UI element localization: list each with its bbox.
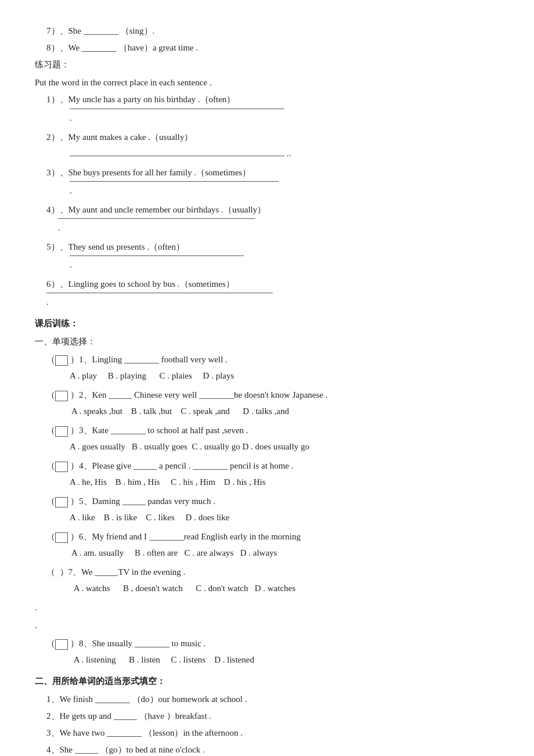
section2: 课后训练： 一、单项选择： （）1、Lingling football very… xyxy=(35,316,499,668)
mc-1-choices: A . play B . playing C . plaies D . play… xyxy=(35,368,499,384)
put-ex-5-line xyxy=(70,255,244,256)
fill-2: 2、He gets up and （have ）breakfast . xyxy=(35,708,499,724)
mc-6-q: （）6、My friend and I read English early i… xyxy=(35,529,499,545)
fill-3-blank xyxy=(107,736,142,737)
mc-2: （）2、Ken Chinese very well he doesn't kno… xyxy=(35,387,499,419)
put-ex-4-line xyxy=(58,218,255,219)
mc-4-choices: A . he, His B . him , His C . his , Him … xyxy=(35,474,499,490)
page-content: 7）、She （sing）. 8）、We （have）a great time … xyxy=(35,23,499,756)
put-ex-1: 1）、My uncle has a party on his birthday … xyxy=(35,92,499,126)
line-8: 8）、We （have）a great time . xyxy=(35,40,499,56)
put-ex-5: 5）、They send us presents .（often） . xyxy=(35,239,499,273)
put-ex-4-text: 4）、My aunt and uncle remember our birthd… xyxy=(46,202,499,218)
mc-1-blank xyxy=(124,363,159,363)
section3: 二、用所给单词的适当形式填空： 1、We finish （do）our home… xyxy=(35,674,499,756)
mc-7: （ ）7、We TV in the evening . A . watchs B… xyxy=(35,564,499,596)
put-ex-1-text: 1）、My uncle has a party on his birthday … xyxy=(46,92,499,107)
mc-5-choices: A . like B . is like C . likes D . does … xyxy=(35,510,499,525)
mc-5-q: （）5、Daming pandas very much . xyxy=(35,494,499,509)
put-instruction: Put the word in the correct place in eac… xyxy=(35,75,499,91)
put-ex-3: 3）、She buys presents for all her family … xyxy=(35,165,499,199)
fill-2-blank xyxy=(114,719,137,720)
put-section: Put the word in the correct place in eac… xyxy=(35,75,499,310)
mc-8-blank xyxy=(135,647,169,647)
mc-7-q: （ ）7、We TV in the evening . xyxy=(35,564,499,580)
put-ex-6-text: 6）、Lingling goes to school by bus .（some… xyxy=(46,276,499,292)
fill-1: 1、We finish （do）our homework at school . xyxy=(35,692,499,707)
mc-5-paren xyxy=(55,497,68,507)
mc-7-choices: A . watchs B , doesn't watch C . don't w… xyxy=(35,581,499,596)
put-ex-6-dot: . xyxy=(46,297,49,307)
put-ex-2: 2）、My aunt makes a cake .（usually） .. xyxy=(35,129,499,161)
intro-section: 7）、She （sing）. 8）、We （have）a great time … xyxy=(35,23,499,73)
put-ex-5-dot: . xyxy=(70,260,72,269)
mc-3-blank xyxy=(111,434,146,434)
put-ex-3-dot: . xyxy=(70,186,72,195)
mc-8-choices: A . listening B . listen C . listens D .… xyxy=(35,652,499,668)
blank-8 xyxy=(82,51,117,52)
fill-4: 4、She （go）to bed at nine o'clock . xyxy=(35,742,499,756)
line-7: 7）、She （sing）. xyxy=(35,23,499,39)
mc-5-blank xyxy=(122,505,146,505)
put-ex-4-dot: . xyxy=(58,223,60,232)
mc-2-blank1 xyxy=(109,398,132,399)
mc-4-q: （）4、Please give a pencil . pencil is at … xyxy=(35,458,499,474)
blank-7 xyxy=(84,34,118,35)
fill-3: 3、We have two （lesson）in the afternoon . xyxy=(35,725,499,741)
put-ex-2-line xyxy=(70,156,284,156)
put-ex-4: 4）、My aunt and uncle remember our birthd… xyxy=(35,202,499,236)
put-ex-2-dots: .. xyxy=(287,149,291,158)
mc-6-choices: A . am. usually B . often are C . are al… xyxy=(35,545,499,561)
mc-3-q: （）3、Kate to school at half past ,seven . xyxy=(35,423,499,438)
section2-sub: 一、单项选择： xyxy=(35,334,499,350)
mc-6: （）6、My friend and I read English early i… xyxy=(35,529,499,561)
mc-3-choices: A . goes usually B . usually goes C . us… xyxy=(35,439,499,455)
put-ex-1-dot: . xyxy=(70,113,72,123)
mc-2-paren xyxy=(55,391,68,401)
mc-2-choices: A . speaks ,but B . talk ,but C . speak … xyxy=(35,404,499,419)
dot-1: . xyxy=(35,600,499,615)
mc-2-q: （）2、Ken Chinese very well he doesn't kno… xyxy=(35,387,499,403)
practice-label: 练习题： xyxy=(35,57,499,73)
mc-4-blank1 xyxy=(134,469,157,470)
put-ex-3-text: 3）、She buys presents for all her family … xyxy=(46,165,499,181)
mc-8-q: （）8、She usually to music . xyxy=(35,636,499,651)
mc-4: （）4、Please give a pencil . pencil is at … xyxy=(35,458,499,490)
section3-title: 二、用所给单词的适当形式填空： xyxy=(35,674,499,689)
mc-4-paren xyxy=(55,462,68,472)
put-ex-5-text: 5）、They send us presents .（often） xyxy=(46,239,499,255)
fill-4-blank xyxy=(75,753,98,754)
mc-3: （）3、Kate to school at half past ,seven .… xyxy=(35,423,499,455)
put-ex-6: 6）、Lingling goes to school by bus .（some… xyxy=(35,276,499,310)
mc-5: （）5、Daming pandas very much . A . like B… xyxy=(35,494,499,525)
mc-1: （）1、Lingling football very well . A . pl… xyxy=(35,352,499,384)
mc-6-paren xyxy=(55,532,68,543)
mc-4-blank2 xyxy=(193,469,228,470)
mc-8: （）8、She usually to music . A . listening… xyxy=(35,636,499,668)
put-ex-3-line xyxy=(70,181,279,182)
mc-2-blank2 xyxy=(199,398,234,399)
mc-6-blank xyxy=(149,540,184,541)
mc-1-paren xyxy=(55,355,68,366)
dot-2: . xyxy=(35,618,499,633)
put-ex-6-line xyxy=(46,293,273,293)
mc-1-q: （）1、Lingling football very well . xyxy=(35,352,499,368)
mc-7-blank xyxy=(95,575,118,576)
fill-1-blank xyxy=(95,703,130,703)
section2-title: 课后训练： xyxy=(35,316,499,332)
put-ex-2-text: 2）、My aunt makes a cake .（usually） xyxy=(46,129,499,145)
mc-3-paren xyxy=(55,426,68,437)
put-ex-1-line xyxy=(70,109,284,109)
mc-8-paren xyxy=(55,639,68,650)
